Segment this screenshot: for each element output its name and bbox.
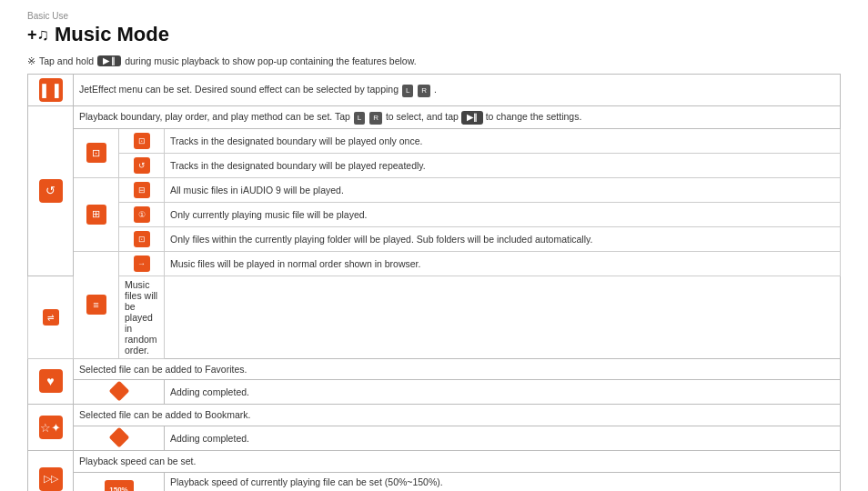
table-row: Adding completed.	[28, 380, 841, 405]
random-icon: ⇌	[43, 309, 59, 326]
title-prefix: +♫	[27, 25, 49, 45]
folder-icon: ⊡	[134, 231, 150, 247]
table-row: ☆✦ Selected file can be added to Bookmar…	[28, 405, 841, 426]
table-row: ↺ Tracks in the designated boundary will…	[28, 153, 841, 177]
table-row: ▷▷ Playback speed can be set.	[28, 450, 841, 472]
table-row: 150% Playback speed of currently playing…	[28, 472, 841, 491]
once-icon: ⊡	[86, 143, 106, 163]
bookmark-sub-icon-cell	[74, 426, 165, 450]
jeteffect-desc-cell: JetEffect menu can be set. Desired sound…	[74, 75, 841, 106]
sub-desc-b2: Only currently playing music file will b…	[165, 202, 841, 226]
note-text-after: during music playback to show pop-up con…	[125, 55, 416, 66]
favorites-add-icon	[108, 381, 129, 402]
sub-icon-a: ⊡	[74, 128, 119, 177]
favorites-icon-cell: ♥	[28, 358, 74, 405]
sub-icon-b: ⊞	[74, 177, 119, 251]
speed-sub-desc: Playback speed of currently playing file…	[165, 472, 841, 491]
sub-icon-b3: ⊡	[119, 226, 165, 251]
note-asterisk: ※	[27, 55, 35, 66]
r-btn: R	[418, 85, 430, 97]
playback-icon: ↺	[39, 179, 63, 203]
table-row: ≡ → Music files will be played in normal…	[28, 251, 841, 276]
title-text: Music Mode	[55, 23, 169, 46]
speed-desc-cell: Playback speed can be set.	[74, 450, 841, 472]
favorites-desc: Selected file can be added to Favorites.	[79, 364, 247, 375]
play-once-icon: ⊡	[134, 133, 150, 149]
favorites-icon: ♥	[39, 369, 63, 393]
table-row: ⊡ Only files within the currently playin…	[28, 226, 841, 251]
bookmark-icon: ☆✦	[39, 416, 63, 439]
pause-icon: ‖	[111, 56, 116, 65]
favorites-add-desc: Adding completed.	[165, 380, 841, 405]
jeteffect-desc: JetEffect menu can be set. Desired sound…	[79, 84, 437, 95]
sub-icon-c: ≡	[74, 251, 119, 358]
bookmark-add-icon	[108, 427, 129, 448]
table-row: ⊡ ⊡ Tracks in the designated boundary wi…	[28, 128, 841, 153]
sub-icon-b2: ①	[119, 202, 165, 226]
playback-desc: Playback boundary, play order, and play …	[79, 111, 581, 122]
all-icon: ⊞	[86, 205, 106, 225]
table-row: ▌▐ JetEffect menu can be set. Desired so…	[28, 75, 841, 106]
l-btn2: L	[354, 112, 365, 125]
r-btn2: R	[369, 112, 382, 125]
sub-icon-b1: ⊟	[119, 177, 165, 202]
table-row: ↺ Playback boundary, play order, and pla…	[28, 106, 841, 129]
order-icon: ≡	[86, 295, 106, 315]
jeteffect-icon: ▌▐	[39, 78, 63, 102]
table-row: ① Only currently playing music file will…	[28, 202, 841, 226]
playback-icon-cell: ↺	[28, 106, 74, 276]
l-btn: L	[402, 85, 413, 97]
sub-desc-c1: Music files will be played in normal ord…	[165, 251, 841, 276]
sub-icon-a2: ↺	[119, 153, 165, 177]
sub-desc-a2: Tracks in the designated boundary will b…	[165, 153, 841, 177]
play-button-inline: ▶ ‖	[97, 55, 121, 66]
table-row: ♥ Selected file can be added to Favorite…	[28, 358, 841, 380]
speed-sub-icon-cell: 150%	[74, 472, 165, 491]
bookmark-icon-cell: ☆✦	[28, 405, 74, 451]
speed-desc: Playback speed can be set.	[79, 456, 196, 466]
speed-badge: 150%	[105, 480, 134, 491]
bookmark-add-desc: Adding completed.	[165, 426, 841, 450]
favorites-sub-icon-cell	[74, 380, 165, 405]
sub-icon-a1: ⊡	[119, 128, 165, 153]
normal-order-icon: →	[134, 256, 150, 272]
feature-table: ▌▐ JetEffect menu can be set. Desired so…	[27, 74, 841, 491]
note-line: ※ Tap and hold ▶ ‖ during music playback…	[27, 55, 841, 66]
breadcrumb: Basic Use	[27, 11, 841, 21]
sub-icon-c2: ⇌	[28, 276, 74, 358]
sub-desc-b3: Only files within the currently playing …	[165, 226, 841, 251]
speed-icon-cell: ▷▷	[28, 450, 74, 491]
sub-icon-c1: →	[119, 251, 165, 276]
jeteffect-icon-cell: ▌▐	[28, 75, 74, 106]
sub-desc-c2: Music files will be played in random ord…	[119, 276, 165, 358]
allfiles-icon: ⊟	[134, 182, 150, 198]
play-icon: ▶	[103, 56, 109, 65]
playback-desc-cell: Playback boundary, play order, and play …	[74, 106, 841, 129]
bookmark-desc-cell: Selected file can be added to Bookmark.	[74, 405, 841, 426]
single-icon: ①	[134, 206, 150, 223]
bookmark-desc: Selected file can be added to Bookmark.	[79, 409, 251, 420]
table-row: Adding completed.	[28, 426, 841, 450]
repeat-icon: ↺	[134, 157, 150, 174]
speed-icon: ▷▷	[39, 467, 63, 491]
sub-desc-b1: All music files in iAUDIO 9 will be play…	[165, 177, 841, 202]
note-text-before: Tap and hold	[39, 55, 94, 66]
play-btn-inline2: ▶‖	[461, 111, 483, 125]
favorites-desc-cell: Selected file can be added to Favorites.	[74, 358, 841, 380]
page-title: +♫ Music Mode	[27, 23, 841, 46]
table-row: ⇌ Music files will be played in random o…	[28, 276, 841, 358]
sub-desc-a1: Tracks in the designated boundary will b…	[165, 128, 841, 153]
table-row: ⊞ ⊟ All music files in iAUDIO 9 will be …	[28, 177, 841, 202]
